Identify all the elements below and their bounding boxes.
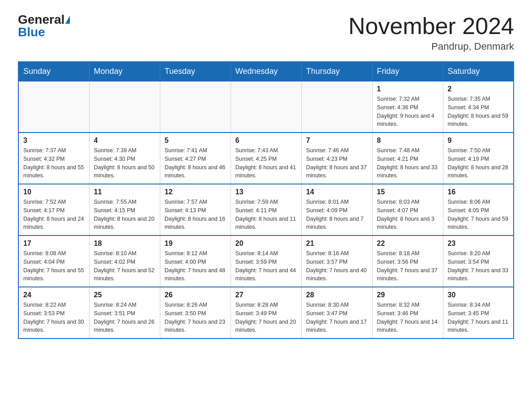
day-info: Sunrise: 7:59 AM Sunset: 4:11 PM Dayligh… — [236, 198, 297, 231]
day-number: 22 — [377, 240, 438, 248]
day-number: 9 — [448, 137, 509, 145]
day-number: 23 — [448, 240, 509, 248]
day-cell: 20Sunrise: 8:14 AM Sunset: 3:59 PM Dayli… — [231, 235, 301, 287]
day-cell — [301, 81, 372, 133]
day-cell: 2Sunrise: 7:35 AM Sunset: 4:34 PM Daylig… — [443, 81, 514, 133]
day-info: Sunrise: 7:48 AM Sunset: 4:21 PM Dayligh… — [377, 146, 438, 180]
logo: General Blue — [18, 13, 70, 39]
day-cell: 27Sunrise: 8:28 AM Sunset: 3:49 PM Dayli… — [231, 287, 301, 338]
day-number: 2 — [448, 85, 509, 93]
day-info: Sunrise: 8:14 AM Sunset: 3:59 PM Dayligh… — [236, 249, 297, 283]
week-row-2: 10Sunrise: 7:52 AM Sunset: 4:17 PM Dayli… — [18, 184, 514, 235]
day-info: Sunrise: 8:32 AM Sunset: 3:46 PM Dayligh… — [377, 301, 438, 334]
week-row-1: 3Sunrise: 7:37 AM Sunset: 4:32 PM Daylig… — [18, 133, 514, 184]
title-area: November 2024 Pandrup, Denmark — [348, 13, 514, 52]
day-cell: 13Sunrise: 7:59 AM Sunset: 4:11 PM Dayli… — [231, 184, 301, 235]
day-info: Sunrise: 8:34 AM Sunset: 3:45 PM Dayligh… — [448, 301, 509, 334]
day-cell: 29Sunrise: 8:32 AM Sunset: 3:46 PM Dayli… — [372, 287, 443, 338]
day-cell: 15Sunrise: 8:03 AM Sunset: 4:07 PM Dayli… — [372, 184, 443, 235]
day-info: Sunrise: 7:57 AM Sunset: 4:13 PM Dayligh… — [165, 198, 226, 231]
day-info: Sunrise: 8:01 AM Sunset: 4:09 PM Dayligh… — [306, 198, 368, 231]
day-info: Sunrise: 8:22 AM Sunset: 3:53 PM Dayligh… — [23, 301, 85, 334]
day-info: Sunrise: 7:37 AM Sunset: 4:32 PM Dayligh… — [23, 146, 85, 180]
day-cell: 10Sunrise: 7:52 AM Sunset: 4:17 PM Dayli… — [18, 184, 89, 235]
day-cell: 16Sunrise: 8:06 AM Sunset: 4:05 PM Dayli… — [443, 184, 514, 235]
day-number: 20 — [236, 240, 297, 248]
day-number: 3 — [23, 137, 85, 145]
day-cell: 11Sunrise: 7:55 AM Sunset: 4:15 PM Dayli… — [89, 184, 160, 235]
day-info: Sunrise: 8:24 AM Sunset: 3:51 PM Dayligh… — [94, 301, 155, 334]
day-number: 8 — [377, 137, 438, 145]
day-cell: 18Sunrise: 8:10 AM Sunset: 4:02 PM Dayli… — [89, 235, 160, 287]
day-header-sunday: Sunday — [18, 62, 89, 81]
day-headers-row: SundayMondayTuesdayWednesdayThursdayFrid… — [18, 62, 514, 81]
day-number: 24 — [23, 291, 85, 299]
day-cell — [18, 81, 89, 133]
header: General Blue November 2024 Pandrup, Denm… — [18, 13, 514, 52]
day-info: Sunrise: 8:30 AM Sunset: 3:47 PM Dayligh… — [306, 301, 368, 334]
day-info: Sunrise: 7:32 AM Sunset: 4:36 PM Dayligh… — [377, 95, 438, 128]
day-info: Sunrise: 7:46 AM Sunset: 4:23 PM Dayligh… — [306, 146, 368, 180]
day-number: 4 — [94, 137, 155, 145]
day-number: 29 — [377, 291, 438, 299]
day-cell: 1Sunrise: 7:32 AM Sunset: 4:36 PM Daylig… — [372, 81, 443, 133]
day-cell: 4Sunrise: 7:39 AM Sunset: 4:30 PM Daylig… — [89, 133, 160, 184]
day-number: 12 — [165, 188, 226, 196]
day-number: 30 — [448, 291, 509, 299]
logo-blue-text: Blue — [18, 25, 45, 39]
day-cell — [231, 81, 301, 133]
logo-general-text: General — [18, 13, 64, 26]
day-cell: 14Sunrise: 8:01 AM Sunset: 4:09 PM Dayli… — [301, 184, 372, 235]
day-cell — [160, 81, 231, 133]
day-cell: 7Sunrise: 7:46 AM Sunset: 4:23 PM Daylig… — [301, 133, 372, 184]
location: Pandrup, Denmark — [348, 41, 514, 52]
day-number: 19 — [165, 240, 226, 248]
day-number: 15 — [377, 188, 438, 196]
day-cell: 6Sunrise: 7:43 AM Sunset: 4:25 PM Daylig… — [231, 133, 301, 184]
day-info: Sunrise: 7:39 AM Sunset: 4:30 PM Dayligh… — [94, 146, 155, 180]
day-cell: 3Sunrise: 7:37 AM Sunset: 4:32 PM Daylig… — [18, 133, 89, 184]
day-info: Sunrise: 8:03 AM Sunset: 4:07 PM Dayligh… — [377, 198, 438, 231]
day-info: Sunrise: 8:16 AM Sunset: 3:57 PM Dayligh… — [306, 249, 368, 283]
week-row-4: 24Sunrise: 8:22 AM Sunset: 3:53 PM Dayli… — [18, 287, 514, 338]
day-number: 11 — [94, 188, 155, 196]
week-row-3: 17Sunrise: 8:08 AM Sunset: 4:04 PM Dayli… — [18, 235, 514, 287]
day-info: Sunrise: 8:06 AM Sunset: 4:05 PM Dayligh… — [448, 198, 509, 231]
day-cell: 19Sunrise: 8:12 AM Sunset: 4:00 PM Dayli… — [160, 235, 231, 287]
day-header-thursday: Thursday — [301, 62, 372, 81]
day-cell: 26Sunrise: 8:26 AM Sunset: 3:50 PM Dayli… — [160, 287, 231, 338]
logo-triangle-icon — [65, 16, 70, 24]
day-number: 17 — [23, 240, 85, 248]
week-row-0: 1Sunrise: 7:32 AM Sunset: 4:36 PM Daylig… — [18, 81, 514, 133]
day-info: Sunrise: 7:52 AM Sunset: 4:17 PM Dayligh… — [23, 198, 85, 231]
day-header-monday: Monday — [89, 62, 160, 81]
day-header-friday: Friday — [372, 62, 443, 81]
day-cell: 24Sunrise: 8:22 AM Sunset: 3:53 PM Dayli… — [18, 287, 89, 338]
day-cell: 25Sunrise: 8:24 AM Sunset: 3:51 PM Dayli… — [89, 287, 160, 338]
day-cell — [89, 81, 160, 133]
day-cell: 12Sunrise: 7:57 AM Sunset: 4:13 PM Dayli… — [160, 184, 231, 235]
day-header-tuesday: Tuesday — [160, 62, 231, 81]
day-info: Sunrise: 7:41 AM Sunset: 4:27 PM Dayligh… — [165, 146, 226, 180]
day-cell: 8Sunrise: 7:48 AM Sunset: 4:21 PM Daylig… — [372, 133, 443, 184]
day-cell: 9Sunrise: 7:50 AM Sunset: 4:19 PM Daylig… — [443, 133, 514, 184]
day-number: 6 — [236, 137, 297, 145]
day-cell: 17Sunrise: 8:08 AM Sunset: 4:04 PM Dayli… — [18, 235, 89, 287]
day-number: 13 — [236, 188, 297, 196]
day-info: Sunrise: 7:35 AM Sunset: 4:34 PM Dayligh… — [448, 95, 509, 128]
day-info: Sunrise: 7:43 AM Sunset: 4:25 PM Dayligh… — [236, 146, 297, 180]
day-number: 27 — [236, 291, 297, 299]
calendar-table: SundayMondayTuesdayWednesdayThursdayFrid… — [18, 61, 514, 339]
day-number: 26 — [165, 291, 226, 299]
month-title: November 2024 — [348, 13, 514, 39]
day-info: Sunrise: 8:26 AM Sunset: 3:50 PM Dayligh… — [165, 301, 226, 334]
day-info: Sunrise: 8:20 AM Sunset: 3:54 PM Dayligh… — [448, 249, 509, 283]
day-number: 25 — [94, 291, 155, 299]
day-header-wednesday: Wednesday — [231, 62, 301, 81]
day-header-saturday: Saturday — [443, 62, 514, 81]
day-number: 5 — [165, 137, 226, 145]
day-number: 28 — [306, 291, 368, 299]
day-info: Sunrise: 7:55 AM Sunset: 4:15 PM Dayligh… — [94, 198, 155, 231]
day-cell: 28Sunrise: 8:30 AM Sunset: 3:47 PM Dayli… — [301, 287, 372, 338]
day-cell: 21Sunrise: 8:16 AM Sunset: 3:57 PM Dayli… — [301, 235, 372, 287]
